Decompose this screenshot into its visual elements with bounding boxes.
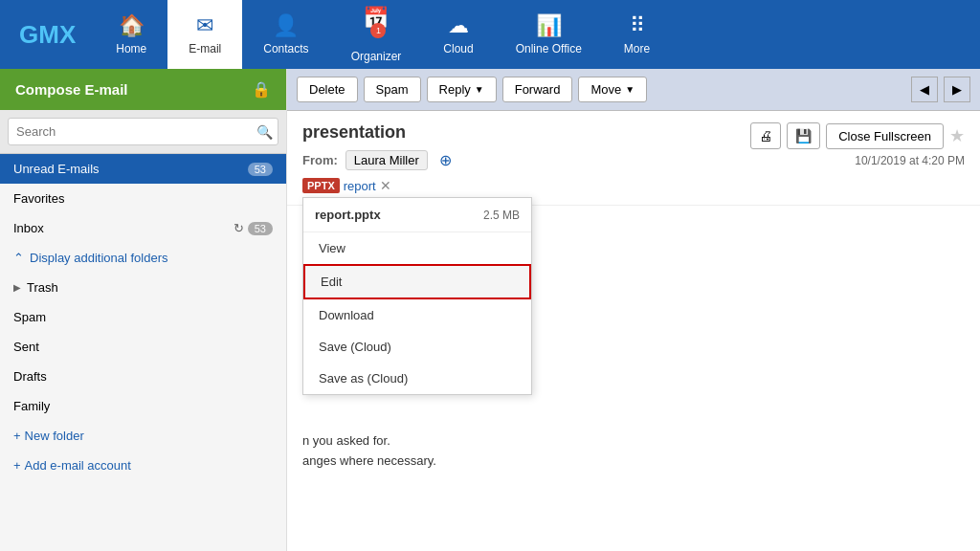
plus-icon-new-folder: + [13, 429, 21, 443]
inbox-badge: 53 [248, 222, 273, 235]
sidebar-item-favorites[interactable]: Favorites [0, 184, 286, 213]
nav-item-home[interactable]: 🏠 Home [95, 0, 167, 69]
save-icon: 💾 [795, 128, 812, 143]
gmx-logo: GMX [0, 0, 95, 69]
sidebar-item-drafts[interactable]: Drafts [0, 362, 286, 391]
nav-label-more: More [624, 42, 650, 55]
folder-label-spam: Spam [13, 310, 46, 324]
folder-label-inbox: Inbox [13, 221, 44, 235]
nav-items: 🏠 Home ✉ E-mail 👤 Contacts 📅 1 Organizer… [95, 0, 980, 69]
remove-attachment-button[interactable]: ✕ [380, 178, 391, 193]
attachment-menu-save-cloud[interactable]: Save (Cloud) [303, 331, 531, 363]
add-account-label: Add e-mail account [25, 458, 131, 473]
search-input[interactable] [8, 118, 278, 145]
contacts-icon: 👤 [273, 13, 299, 38]
folder-label-family: Family [13, 399, 50, 413]
nav-item-online-office[interactable]: 📊 Online Office [495, 0, 603, 69]
folder-label-sent: Sent [13, 340, 39, 354]
sidebar-item-sent[interactable]: Sent [0, 332, 286, 362]
email-subject: presentation [302, 122, 406, 143]
save-button[interactable]: 💾 [787, 122, 820, 149]
move-dropdown-icon: ▼ [625, 84, 635, 95]
sidebar-folders: Unread E-mails 53 Favorites Inbox ↻ 53 ⌃… [0, 154, 286, 551]
attachment-menu-view[interactable]: View [303, 232, 531, 264]
pptx-tag: PPTX [302, 178, 340, 193]
move-button[interactable]: Move ▼ [578, 77, 647, 102]
nav-label-online-office: Online Office [516, 42, 582, 55]
prev-email-button[interactable]: ◀ [911, 77, 938, 102]
email-body: n you asked for.anges where necessary. [287, 416, 980, 487]
nav-item-more[interactable]: ⠿ More [603, 0, 671, 69]
search-icon: 🔍 [256, 124, 273, 140]
delete-button[interactable]: Delete [297, 77, 358, 102]
more-icon: ⠿ [630, 13, 645, 38]
cloud-icon: ☁ [448, 13, 469, 38]
forward-button[interactable]: Forward [502, 77, 573, 102]
compose-label: Compose E-mail [15, 81, 128, 98]
display-additional-label: Display additional folders [30, 251, 168, 265]
nav-label-email: E-mail [189, 42, 221, 55]
close-fullscreen-button[interactable]: Close Fullscreen [826, 123, 944, 149]
nav-item-contacts[interactable]: 👤 Contacts [242, 0, 329, 69]
nav-item-cloud[interactable]: ☁ Cloud [422, 0, 494, 69]
attachment-size: 2.5 MB [483, 209, 520, 222]
attachment-menu-save-as-cloud[interactable]: Save as (Cloud) [303, 363, 531, 394]
lock-icon: 🔒 [252, 80, 271, 99]
attachment-menu-download[interactable]: Download [303, 299, 531, 331]
print-icon: 🖨 [759, 128, 772, 143]
unread-badge: 53 [248, 163, 273, 176]
new-folder-label: New folder [25, 429, 84, 443]
compose-button[interactable]: Compose E-mail 🔒 [0, 69, 286, 110]
add-contact-button[interactable]: ⊕ [439, 151, 452, 169]
plus-icon-add-account: + [13, 458, 21, 473]
reply-button[interactable]: Reply ▼ [427, 77, 497, 102]
spam-button[interactable]: Spam [364, 77, 421, 102]
folder-label-unread: Unread E-mails [13, 162, 100, 176]
folder-label-trash: Trash [27, 280, 58, 295]
email-icon: ✉ [196, 13, 213, 38]
from-name: Laura Miller [345, 150, 428, 170]
sidebar-item-spam[interactable]: Spam [0, 302, 286, 332]
inbox-refresh-icon: ↻ [234, 221, 244, 235]
attachment-popup: report.pptx 2.5 MB View Edit Download Sa… [302, 197, 532, 395]
new-folder-link[interactable]: + New folder [0, 421, 286, 451]
sidebar: Compose E-mail 🔒 🔍 Unread E-mails 53 Fav… [0, 69, 287, 551]
email-toolbar: Delete Spam Reply ▼ Forward Move ▼ ◀ ▶ [287, 69, 980, 111]
move-label: Move [590, 82, 621, 97]
sidebar-item-trash[interactable]: ▶ Trash [0, 273, 286, 302]
email-meta: From: Laura Miller ⊕ 10/1/2019 at 4:20 P… [302, 150, 965, 170]
nav-label-organizer: Organizer [351, 50, 402, 63]
main-layout: Compose E-mail 🔒 🔍 Unread E-mails 53 Fav… [0, 69, 980, 551]
sidebar-item-inbox[interactable]: Inbox ↻ 53 [0, 213, 286, 243]
reply-label: Reply [439, 82, 471, 97]
email-from: From: Laura Miller ⊕ [302, 150, 452, 170]
nav-item-organizer[interactable]: 📅 1 Organizer [330, 0, 423, 69]
chevron-up-icon: ⌃ [13, 251, 24, 265]
email-date: 10/1/2019 at 4:20 PM [855, 154, 965, 167]
header-icons: 🖨 💾 Close Fullscreen ★ [750, 122, 965, 149]
from-label: From: [302, 153, 338, 167]
nav-label-home: Home [116, 42, 146, 55]
online-office-icon: 📊 [536, 13, 562, 38]
top-navigation: GMX 🏠 Home ✉ E-mail 👤 Contacts 📅 1 Organ… [0, 0, 980, 69]
sidebar-item-family[interactable]: Family [0, 391, 286, 421]
folder-label-drafts: Drafts [13, 369, 47, 384]
attachment-name[interactable]: report [344, 179, 376, 193]
nav-label-cloud: Cloud [443, 42, 473, 55]
home-icon: 🏠 [119, 13, 145, 38]
star-button[interactable]: ★ [949, 125, 965, 146]
email-area: Delete Spam Reply ▼ Forward Move ▼ ◀ ▶ p… [287, 69, 980, 551]
reply-dropdown-icon: ▼ [475, 84, 484, 95]
display-additional-folders[interactable]: ⌃ Display additional folders [0, 243, 286, 273]
nav-label-contacts: Contacts [263, 42, 308, 55]
print-button[interactable]: 🖨 [750, 122, 781, 149]
next-email-button[interactable]: ▶ [944, 77, 970, 102]
organizer-badge: 1 [370, 23, 386, 38]
nav-item-email[interactable]: ✉ E-mail [167, 0, 242, 69]
add-account-link[interactable]: + Add e-mail account [0, 451, 286, 480]
attachment-popup-header: report.pptx 2.5 MB [303, 198, 531, 232]
search-bar: 🔍 [0, 110, 286, 154]
attachment-menu-edit[interactable]: Edit [303, 264, 531, 299]
email-body-text: n you asked for.anges where necessary. [302, 431, 965, 472]
sidebar-item-unread[interactable]: Unread E-mails 53 [0, 154, 286, 184]
